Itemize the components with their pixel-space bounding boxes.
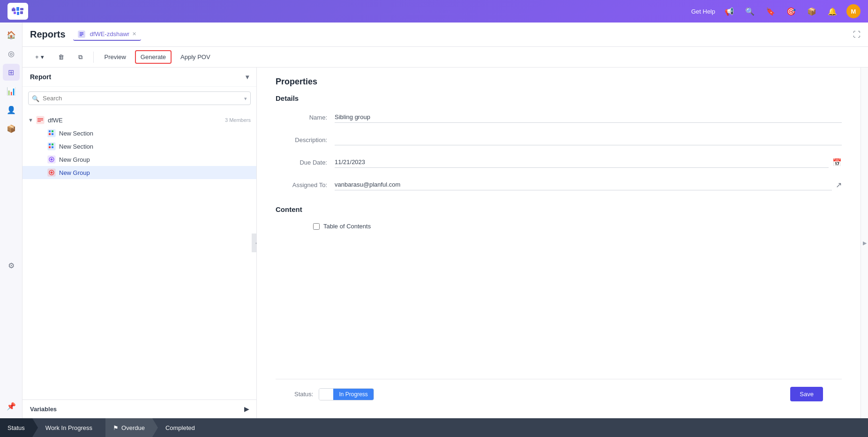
expand-button[interactable]: ⛶ bbox=[853, 30, 861, 39]
status-bar-completed-label: Completed bbox=[165, 424, 195, 431]
external-link-icon[interactable]: ↗ bbox=[836, 181, 842, 189]
description-field bbox=[335, 134, 842, 145]
tree-root-item[interactable]: ▼ dfWE 3 Members bbox=[22, 113, 256, 127]
bottom-status-bar: Status Work In Progress ⚑ Overdue Comple… bbox=[0, 418, 868, 437]
properties-title: Properties bbox=[276, 77, 842, 87]
add-button[interactable]: + ▾ bbox=[30, 51, 49, 63]
search-box: 🔍 ▾ bbox=[28, 91, 251, 105]
svg-rect-0 bbox=[12, 8, 15, 11]
svg-rect-24 bbox=[52, 146, 53, 148]
tree-toggle-icon[interactable]: ▼ bbox=[28, 117, 36, 123]
tree-root-label: dfWE bbox=[48, 117, 221, 124]
status-text-label: Status: bbox=[294, 391, 313, 398]
svg-rect-23 bbox=[52, 143, 53, 145]
due-date-input[interactable] bbox=[335, 157, 829, 168]
tab-close-button[interactable]: ✕ bbox=[132, 31, 136, 37]
tree-item-new-section-1[interactable]: New Section bbox=[22, 127, 256, 140]
report-panel: Report ▾ 🔍 ▾ ▼ bbox=[22, 68, 257, 418]
three-panel: Report ▾ 🔍 ▾ ▼ bbox=[22, 68, 868, 418]
status-bar-wip-label: Work In Progress bbox=[45, 424, 92, 431]
status-bar-overdue-label: Overdue bbox=[121, 424, 145, 431]
bookmark-icon-button[interactable]: 🔖 bbox=[764, 5, 777, 18]
delete-icon: 🗑 bbox=[58, 53, 64, 60]
assigned-to-input[interactable] bbox=[335, 179, 832, 190]
sidebar-target-button[interactable]: ◎ bbox=[3, 45, 20, 62]
name-input[interactable] bbox=[335, 112, 842, 123]
content-section: Content Table of Contents bbox=[276, 205, 842, 230]
sidebar-icons: 🏠 ◎ ⊞ 📊 👤 📦 ⚙ 📌 bbox=[0, 23, 22, 418]
status-bar-status-label: Status bbox=[7, 424, 25, 431]
search-dropdown-icon[interactable]: ▾ bbox=[244, 95, 247, 101]
due-date-field: 📅 bbox=[335, 157, 842, 168]
sidebar-package-button[interactable]: 📦 bbox=[3, 120, 20, 137]
report-root-icon bbox=[36, 115, 45, 125]
tree-item-new-group-2[interactable]: New Group bbox=[22, 166, 256, 179]
due-date-label: Due Date: bbox=[276, 159, 327, 166]
svg-rect-5 bbox=[17, 12, 19, 15]
sidebar-settings-button[interactable]: ⚙ bbox=[3, 257, 20, 274]
status-section: Status: In Progress Save bbox=[276, 379, 842, 409]
status-bar-overdue[interactable]: ⚑ Overdue bbox=[105, 418, 152, 437]
cube-icon-button[interactable]: 📦 bbox=[805, 5, 818, 18]
status-bar-status[interactable]: Status bbox=[0, 418, 32, 437]
ai-button[interactable] bbox=[7, 3, 28, 20]
svg-rect-18 bbox=[52, 130, 53, 132]
svg-rect-4 bbox=[14, 12, 16, 14]
get-help-button[interactable]: Get Help bbox=[691, 8, 715, 15]
status-empty-option[interactable] bbox=[319, 389, 333, 400]
tree-item-new-group-1[interactable]: New Group bbox=[22, 153, 256, 166]
copy-button[interactable]: ⧉ bbox=[73, 51, 88, 64]
crosshair-icon-button[interactable]: 🎯 bbox=[785, 5, 798, 18]
table-of-contents-checkbox[interactable] bbox=[313, 223, 320, 230]
table-of-contents-label: Table of Contents bbox=[323, 223, 371, 230]
status-bar-work-in-progress[interactable]: Work In Progress bbox=[38, 418, 100, 437]
calendar-icon[interactable]: 📅 bbox=[832, 158, 842, 167]
status-in-progress-option[interactable]: In Progress bbox=[333, 389, 373, 400]
tree-item-new-section-2[interactable]: New Section bbox=[22, 140, 256, 153]
name-row: Name: bbox=[276, 112, 842, 123]
sidebar-grid-button[interactable]: ⊞ bbox=[3, 64, 20, 81]
table-of-contents-row: Table of Contents bbox=[313, 223, 842, 230]
collapse-icon[interactable]: ▾ bbox=[246, 73, 249, 81]
right-panel-arrow-icon: ▶ bbox=[863, 240, 867, 246]
flag-icon: ⚑ bbox=[113, 424, 119, 431]
content-area: Reports dfWE-zdshawr ✕ ⛶ + ▾ 🗑 bbox=[22, 23, 868, 418]
apply-pov-button[interactable]: Apply POV bbox=[175, 51, 216, 63]
status-toggle: In Progress bbox=[319, 388, 374, 400]
nav-left bbox=[7, 3, 28, 20]
generate-button[interactable]: Generate bbox=[135, 50, 172, 64]
top-navbar: Get Help 📢 🔍 🔖 🎯 📦 🔔 M bbox=[0, 0, 868, 23]
description-row: Description: bbox=[276, 134, 842, 145]
copy-icon: ⧉ bbox=[78, 53, 82, 61]
status-bar-completed[interactable]: Completed bbox=[158, 418, 202, 437]
sidebar-chart-button[interactable]: 📊 bbox=[3, 83, 20, 99]
variables-section[interactable]: Variables ▶ bbox=[22, 399, 256, 418]
search-input[interactable] bbox=[28, 91, 251, 105]
report-panel-title: Report bbox=[30, 73, 51, 81]
nav-right: Get Help 📢 🔍 🔖 🎯 📦 🔔 M bbox=[691, 4, 861, 18]
tree-root-badge: 3 Members bbox=[225, 117, 251, 123]
sidebar-home-button[interactable]: 🏠 bbox=[3, 26, 20, 43]
panel-collapse-handle[interactable]: ‹ bbox=[252, 234, 257, 252]
tree-label-new-group-2: New Group bbox=[59, 169, 251, 176]
generate-label: Generate bbox=[141, 53, 166, 60]
svg-rect-19 bbox=[52, 133, 53, 135]
right-panel[interactable]: ▶ bbox=[861, 68, 868, 418]
svg-rect-3 bbox=[20, 8, 23, 10]
delete-button[interactable]: 🗑 bbox=[53, 51, 69, 63]
sidebar-pin-button[interactable]: 📌 bbox=[3, 398, 20, 414]
tab-dfwe-zdshawr[interactable]: dfWE-zdshawr ✕ bbox=[73, 29, 142, 41]
save-button[interactable]: Save bbox=[790, 387, 823, 401]
sidebar-person-button[interactable]: 👤 bbox=[3, 101, 20, 118]
add-icon: + bbox=[35, 53, 39, 60]
due-date-row: Due Date: 📅 bbox=[276, 157, 842, 168]
svg-rect-17 bbox=[49, 133, 51, 135]
bell-icon-button[interactable]: 🔔 bbox=[826, 5, 839, 18]
search-icon-button[interactable]: 🔍 bbox=[743, 5, 756, 18]
assigned-to-label: Assigned To: bbox=[276, 181, 327, 188]
preview-button[interactable]: Preview bbox=[99, 51, 131, 63]
description-input[interactable] bbox=[335, 134, 842, 145]
tree-label-new-section-1: New Section bbox=[59, 130, 251, 137]
announcement-icon-button[interactable]: 📢 bbox=[723, 5, 736, 18]
user-avatar[interactable]: M bbox=[846, 4, 861, 18]
